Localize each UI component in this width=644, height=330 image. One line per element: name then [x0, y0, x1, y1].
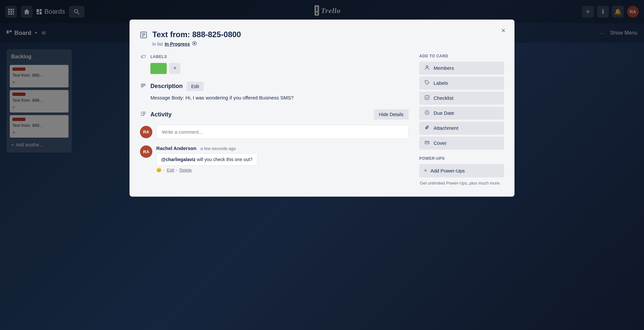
comment-avatar: RA [140, 126, 152, 138]
cover-label: Cover [434, 140, 447, 146]
labels-section-header: 🏷 LABELS [140, 54, 409, 60]
activity-mention: @charliegalaviz [161, 157, 195, 162]
modal-title: Text from: 888-825-0800 [152, 30, 241, 39]
checklist-label: Checklist [434, 95, 453, 101]
description-text: Message Body: Hi, I was wondering if you… [140, 94, 409, 102]
modal-body: 🏷 LABELS + [140, 54, 504, 187]
attachment-label: Attachment [434, 125, 458, 131]
labels-section: 🏷 LABELS + [140, 54, 409, 74]
description-heading: Description [150, 83, 183, 90]
svg-point-36 [426, 66, 428, 68]
desc-header: Description Edit [140, 82, 409, 91]
members-btn[interactable]: Members [419, 62, 504, 75]
modal-header: Text from: 888-825-0800 in list In Progr… [140, 30, 504, 47]
desc-title-row: Description Edit [150, 82, 204, 91]
due-date-btn[interactable]: Due Date [419, 107, 504, 120]
power-ups-title: POWER-UPS [419, 156, 504, 161]
add-label-btn[interactable]: + [169, 63, 180, 74]
activity-delete-btn[interactable]: Delete [179, 168, 192, 172]
svg-point-26 [194, 43, 195, 44]
in-list-link[interactable]: In Progress [165, 41, 190, 47]
members-icon [424, 65, 430, 71]
activity-avatar: RA [140, 145, 152, 158]
checklist-icon [424, 95, 430, 101]
activity-user: Rachel Anderson [156, 145, 196, 151]
attachment-icon [424, 125, 430, 131]
watch-icon[interactable] [192, 41, 197, 47]
due-date-label: Due Date [434, 110, 454, 116]
svg-rect-39 [425, 141, 429, 144]
cover-icon [424, 140, 430, 146]
hide-details-btn[interactable]: Hide Details [374, 109, 409, 120]
labels-icon: 🏷 [140, 54, 146, 60]
activity-comment-text: will you check this one out? [195, 157, 252, 162]
description-icon [140, 83, 146, 90]
checklist-btn[interactable]: Checklist [419, 92, 504, 105]
activity-emoji-icon[interactable]: 😊 [156, 168, 161, 172]
activity-header: Activity Hide Details [140, 109, 409, 120]
add-to-card-title: ADD TO CARD [419, 54, 504, 58]
activity-section: Activity Hide Details RA RA [140, 109, 409, 172]
comment-input[interactable] [156, 125, 409, 139]
edit-description-btn[interactable]: Edit [187, 82, 204, 91]
labels-row: + [140, 63, 409, 74]
activity-heading: Activity [150, 111, 172, 118]
modal-header-content: Text from: 888-825-0800 in list In Progr… [152, 30, 241, 47]
due-date-icon [424, 110, 430, 116]
labels-section-title: LABELS [150, 54, 167, 59]
labels-label: Labels [434, 80, 448, 86]
power-ups-section: POWER-UPS + Add Power-Ups Get unlimited … [419, 156, 504, 187]
card-modal: × Text from: 888-825-0800 in list In Pro… [130, 20, 514, 197]
activity-edit-btn[interactable]: Edit [167, 168, 174, 172]
members-label: Members [434, 65, 454, 71]
card-icon [140, 31, 147, 40]
activity-title-group: Activity [140, 111, 172, 118]
modal-overlay[interactable]: × Text from: 888-825-0800 in list In Pro… [0, 0, 644, 330]
cover-btn[interactable]: Cover [419, 137, 504, 150]
labels-btn[interactable]: Labels [419, 77, 504, 90]
label-icon [424, 80, 430, 86]
modal-subtitle: in list In Progress [152, 41, 241, 47]
power-ups-description: Get unlimited Power-Ups, plus much more. [419, 180, 504, 187]
activity-comment-box: @charliegalaviz will you check this one … [156, 153, 257, 166]
activity-item: RA Rachel Anderson a few seconds ago @ch… [140, 145, 409, 172]
modal-main: 🏷 LABELS + [140, 54, 409, 187]
description-section: Description Edit Message Body: Hi, I was… [140, 82, 409, 102]
add-power-ups-label: Add Power-Ups [431, 168, 465, 173]
modal-close-btn[interactable]: × [498, 25, 509, 37]
plus-icon: + [424, 167, 427, 174]
label-green[interactable] [150, 63, 167, 74]
modal-sidebar: ADD TO CARD Members [419, 54, 504, 187]
activity-icon [140, 111, 146, 118]
activity-content: Rachel Anderson a few seconds ago @charl… [156, 145, 257, 172]
activity-meta: Rachel Anderson a few seconds ago [156, 145, 257, 151]
add-power-ups-btn[interactable]: + Add Power-Ups [419, 164, 504, 177]
activity-actions: 😊 - Edit - Delete [156, 168, 257, 172]
attachment-btn[interactable]: Attachment [419, 122, 504, 135]
activity-time: a few seconds ago [200, 146, 236, 151]
comment-input-row: RA [140, 125, 409, 139]
